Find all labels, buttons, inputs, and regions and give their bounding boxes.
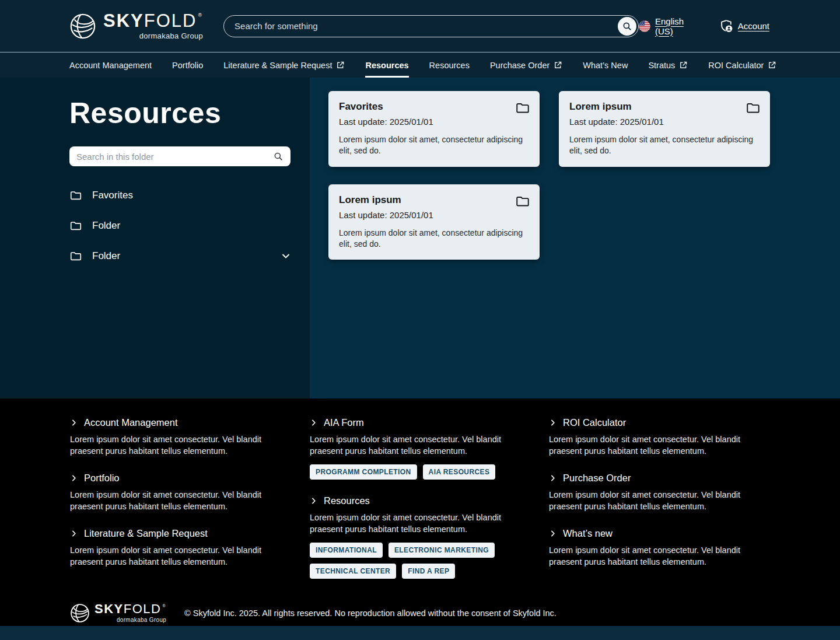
footer-description: Lorem ipsum dolor sit amet consectetur. … bbox=[310, 433, 513, 457]
us-flag-icon bbox=[639, 20, 650, 32]
nav-roi-calculator[interactable]: ROI Calculator bbox=[708, 53, 776, 78]
language-selector[interactable]: English (US) bbox=[639, 16, 704, 36]
footer-link-label: What’s new bbox=[563, 528, 612, 539]
tag-aia-resources[interactable]: AIA RESOURCES bbox=[423, 464, 496, 480]
folder-item-1[interactable]: Folder bbox=[69, 211, 290, 241]
resources-sidebar: Resources Favorites bbox=[0, 78, 310, 398]
footer-skyfold-logo[interactable]: SKYFOLD® dormakaba Group bbox=[70, 603, 166, 623]
logo-text-light: FOLD bbox=[144, 12, 197, 30]
account-label: Account bbox=[738, 21, 769, 31]
footer-tag-group: PROGRAMM COMPLETION AIA RESOURCES bbox=[310, 464, 520, 480]
tag-informational[interactable]: INFORMATIONAL bbox=[310, 543, 383, 558]
globe-logo-icon bbox=[69, 13, 96, 40]
tag-technical-center[interactable]: TECHNICAL CENTER bbox=[310, 564, 396, 579]
footer-section-literature: Literature & Sample Request Lorem ipsum … bbox=[70, 528, 310, 568]
footer-bottom-bar: SKYFOLD® dormakaba Group © Skyfold Inc. … bbox=[70, 603, 770, 623]
resource-card-grid: Favorites Last update: 2025/01/01 Lorem … bbox=[328, 91, 770, 260]
nav-whats-new[interactable]: What’s New bbox=[583, 53, 628, 78]
footer-link-purchase-order[interactable]: Purchase Order bbox=[549, 473, 770, 484]
tag-find-a-rep[interactable]: FIND A REP bbox=[402, 564, 455, 579]
footer-tag-group: INFORMATIONAL ELECTRONIC MARKETING TECHN… bbox=[310, 543, 520, 579]
nav-portfolio[interactable]: Portfolio bbox=[172, 53, 203, 78]
global-search-bar[interactable] bbox=[223, 15, 639, 37]
chevron-right-icon bbox=[549, 419, 556, 426]
card-title: Lorem ipsum bbox=[569, 101, 760, 113]
logo-wordmark: SKYFOLD® dormakaba Group bbox=[103, 12, 203, 40]
folder-list: Favorites Folder Folder bbox=[69, 180, 290, 271]
page-footer: Account Management Lorem ipsum dolor sit… bbox=[0, 398, 840, 626]
footer-section-whats-new: What’s new Lorem ipsum dolor sit amet co… bbox=[549, 528, 770, 568]
logo-subtitle: dormakaba Group bbox=[117, 617, 166, 623]
resource-card-1[interactable]: Lorem ipsum Last update: 2025/01/01 Lore… bbox=[559, 91, 770, 167]
content-area: Favorites Last update: 2025/01/01 Lorem … bbox=[310, 78, 840, 398]
global-search-input[interactable] bbox=[235, 21, 618, 31]
folder-icon bbox=[69, 219, 82, 232]
footer-description: Lorem ipsum dolor sit amet consectetur. … bbox=[549, 489, 752, 512]
folder-search-bar[interactable] bbox=[69, 146, 290, 166]
footer-column-3: ROI Calculator Lorem ipsum dolor sit ame… bbox=[549, 417, 770, 594]
footer-column-1: Account Management Lorem ipsum dolor sit… bbox=[70, 417, 310, 594]
external-link-icon bbox=[768, 61, 776, 69]
nav-label: Purchase Order bbox=[490, 61, 550, 70]
footer-link-literature[interactable]: Literature & Sample Request bbox=[70, 528, 310, 539]
chevron-right-icon bbox=[549, 474, 556, 482]
footer-link-resources[interactable]: Resources bbox=[310, 495, 549, 506]
footer-link-account-management[interactable]: Account Management bbox=[70, 417, 310, 428]
nav-resources-active[interactable]: Resources bbox=[365, 53, 408, 78]
card-last-update: Last update: 2025/01/01 bbox=[339, 210, 529, 220]
card-title: Favorites bbox=[339, 101, 529, 113]
main-area: Resources Favorites bbox=[0, 78, 840, 398]
footer-link-label: ROI Calculator bbox=[563, 417, 626, 428]
nav-label: ROI Calculator bbox=[708, 61, 764, 70]
nav-label: Literature & Sample Request bbox=[223, 61, 332, 70]
language-label: English (US) bbox=[655, 16, 704, 36]
folder-label: Favorites bbox=[92, 190, 133, 201]
external-link-icon bbox=[336, 61, 345, 69]
nav-resources-2[interactable]: Resources bbox=[429, 53, 470, 78]
folder-icon bbox=[746, 100, 761, 118]
chevron-right-icon bbox=[549, 530, 556, 537]
footer-link-portfolio[interactable]: Portfolio bbox=[70, 473, 310, 484]
chevron-right-icon bbox=[70, 474, 78, 482]
footer-section-aia-form: AIA Form Lorem ipsum dolor sit amet cons… bbox=[310, 417, 549, 480]
search-submit-button[interactable] bbox=[618, 17, 636, 36]
top-header: SKYFOLD® dormakaba Group bbox=[0, 0, 840, 53]
nav-label: Stratus bbox=[648, 61, 675, 70]
search-icon bbox=[622, 21, 632, 32]
footer-link-whats-new[interactable]: What’s new bbox=[549, 528, 770, 539]
folder-icon bbox=[69, 189, 82, 202]
card-last-update: Last update: 2025/01/01 bbox=[339, 117, 529, 127]
registered-mark: ® bbox=[198, 13, 203, 18]
footer-link-aia-form[interactable]: AIA Form bbox=[310, 417, 549, 428]
logo-subtitle: dormakaba Group bbox=[139, 32, 203, 40]
nav-label: Portfolio bbox=[172, 61, 203, 70]
account-link[interactable]: Account bbox=[719, 19, 769, 33]
card-description: Lorem ipsum dolor sit amet, consectetur … bbox=[339, 228, 529, 250]
nav-label: Resources bbox=[429, 61, 470, 70]
folder-item-favorites[interactable]: Favorites bbox=[69, 180, 290, 211]
footer-link-roi-calculator[interactable]: ROI Calculator bbox=[549, 417, 770, 428]
footer-link-label: Account Management bbox=[84, 417, 178, 428]
footer-description: Lorem ipsum dolor sit amet consectetur. … bbox=[310, 512, 513, 535]
folder-label: Folder bbox=[92, 220, 120, 232]
footer-description: Lorem ipsum dolor sit amet consectetur. … bbox=[549, 433, 752, 457]
chevron-down-icon[interactable] bbox=[281, 251, 290, 261]
logo-wordmark: SKYFOLD® dormakaba Group bbox=[94, 603, 166, 623]
copyright-text: © Skyfold Inc. 2025. All rights reserved… bbox=[184, 608, 556, 618]
tag-programm-completion[interactable]: PROGRAMM COMPLETION bbox=[310, 464, 417, 480]
nav-label: What’s New bbox=[583, 61, 628, 70]
nav-account-management[interactable]: Account Management bbox=[69, 53, 152, 78]
nav-label: Account Management bbox=[69, 61, 152, 70]
footer-link-label: Purchase Order bbox=[563, 473, 631, 484]
chevron-right-icon bbox=[70, 419, 78, 426]
skyfold-logo[interactable]: SKYFOLD® dormakaba Group bbox=[69, 12, 203, 40]
nav-stratus[interactable]: Stratus bbox=[648, 53, 688, 78]
resource-card-2[interactable]: Lorem ipsum Last update: 2025/01/01 Lore… bbox=[328, 184, 540, 260]
nav-purchase-order[interactable]: Purchase Order bbox=[490, 53, 562, 78]
tag-electronic-marketing[interactable]: ELECTRONIC MARKETING bbox=[388, 543, 495, 558]
resource-card-favorites[interactable]: Favorites Last update: 2025/01/01 Lorem … bbox=[328, 91, 540, 167]
page-title: Resources bbox=[69, 96, 290, 130]
folder-search-input[interactable] bbox=[76, 152, 273, 162]
nav-literature-sample-request[interactable]: Literature & Sample Request bbox=[223, 53, 345, 78]
folder-item-2-expandable[interactable]: Folder bbox=[69, 241, 290, 271]
